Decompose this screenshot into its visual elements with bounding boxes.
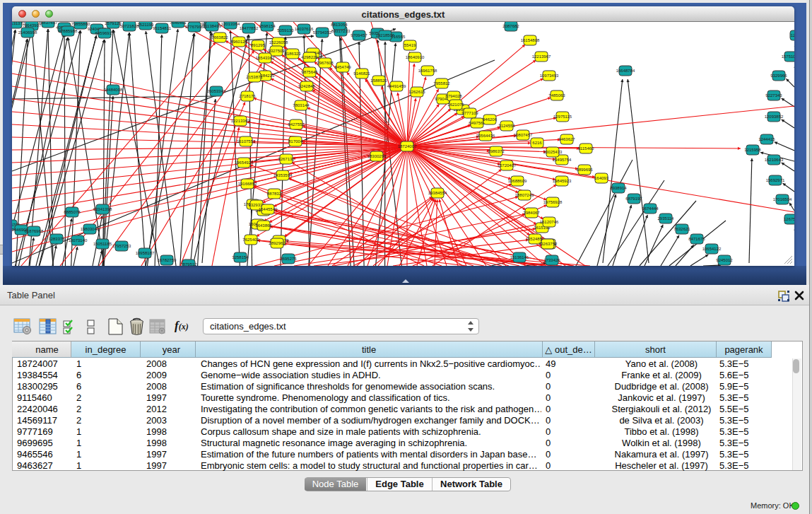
svg-text:9427552: 9427552 bbox=[288, 122, 305, 127]
svg-text:7955812: 7955812 bbox=[433, 81, 450, 86]
svg-text:9463627: 9463627 bbox=[558, 137, 575, 141]
svg-text:8813054: 8813054 bbox=[331, 23, 348, 27]
svg-text:8454749: 8454749 bbox=[334, 65, 351, 69]
svg-text:19654925: 19654925 bbox=[235, 160, 254, 165]
svg-text:8471676: 8471676 bbox=[688, 237, 705, 241]
svg-text:73855860: 73855860 bbox=[71, 22, 90, 26]
svg-text:14353594: 14353594 bbox=[273, 173, 293, 177]
svg-text:17957253: 17957253 bbox=[112, 244, 131, 248]
svg-text:19845923: 19845923 bbox=[553, 179, 572, 183]
svg-text:9146821: 9146821 bbox=[353, 71, 370, 76]
svg-text:7485063: 7485063 bbox=[548, 93, 565, 98]
svg-text:7632621: 7632621 bbox=[673, 227, 690, 231]
svg-text:19384554: 19384554 bbox=[428, 191, 447, 195]
svg-text:1244415: 1244415 bbox=[758, 137, 775, 141]
svg-text:3124554: 3124554 bbox=[498, 124, 515, 128]
svg-text:8960124: 8960124 bbox=[230, 40, 247, 44]
svg-text:19218506: 19218506 bbox=[376, 33, 395, 37]
svg-text:2892962: 2892962 bbox=[269, 241, 286, 245]
svg-text:2986372: 2986372 bbox=[488, 149, 505, 153]
svg-text:126753: 126753 bbox=[784, 217, 794, 221]
svg-text:97885988: 97885988 bbox=[59, 29, 78, 33]
svg-text:73263752: 73263752 bbox=[539, 242, 558, 246]
svg-text:946206: 946206 bbox=[483, 117, 498, 122]
svg-text:50721828: 50721828 bbox=[120, 24, 139, 28]
svg-text:164093: 164093 bbox=[594, 176, 609, 180]
svg-text:9709457: 9709457 bbox=[351, 33, 367, 37]
svg-text:16648784: 16648784 bbox=[616, 69, 635, 73]
svg-text:2935114: 2935114 bbox=[658, 216, 675, 221]
svg-text:16154808: 16154808 bbox=[521, 38, 540, 42]
svg-text:15136141: 15136141 bbox=[510, 255, 529, 259]
svg-text:18807249: 18807249 bbox=[515, 193, 534, 197]
svg-text:2695275: 2695275 bbox=[280, 257, 297, 261]
svg-text:61876968: 61876968 bbox=[25, 229, 44, 233]
svg-text:12213363: 12213363 bbox=[231, 119, 250, 123]
svg-text:1733426: 1733426 bbox=[543, 258, 560, 262]
svg-text:12975115: 12975115 bbox=[553, 115, 572, 119]
svg-text:53794352: 53794352 bbox=[313, 30, 332, 35]
svg-text:7663822: 7663822 bbox=[211, 35, 228, 40]
svg-text:1588520: 1588520 bbox=[370, 78, 387, 83]
svg-text:16120746: 16120746 bbox=[540, 220, 559, 224]
svg-text:16961758: 16961758 bbox=[418, 69, 437, 73]
svg-text:55419: 55419 bbox=[404, 43, 416, 47]
svg-text:2967608: 2967608 bbox=[317, 61, 334, 65]
svg-text:14037616: 14037616 bbox=[295, 27, 314, 31]
svg-text:10958187: 10958187 bbox=[136, 251, 155, 255]
svg-text:1283375: 1283375 bbox=[48, 237, 65, 241]
svg-text:16107552: 16107552 bbox=[237, 139, 256, 144]
svg-text:6216: 6216 bbox=[532, 141, 542, 145]
svg-text:12013364: 12013364 bbox=[221, 22, 240, 26]
svg-text:7879512: 7879512 bbox=[180, 262, 197, 266]
svg-text:9777109: 9777109 bbox=[461, 111, 478, 115]
svg-text:9227343: 9227343 bbox=[765, 93, 782, 98]
svg-text:887832: 887832 bbox=[267, 192, 282, 196]
svg-text:8938914: 8938914 bbox=[610, 186, 627, 190]
svg-text:3215958: 3215958 bbox=[744, 148, 761, 152]
svg-text:6794028: 6794028 bbox=[445, 94, 462, 98]
svg-text:817004: 817004 bbox=[288, 139, 303, 144]
svg-text:12093852: 12093852 bbox=[765, 115, 784, 119]
svg-text:10654122: 10654122 bbox=[702, 247, 722, 251]
svg-text:10688609: 10688609 bbox=[508, 179, 527, 183]
svg-text:31138499: 31138499 bbox=[203, 24, 222, 28]
svg-text:15692971: 15692971 bbox=[766, 178, 785, 182]
svg-text:2153871: 2153871 bbox=[246, 75, 263, 79]
svg-text:1598154: 1598154 bbox=[259, 24, 276, 28]
svg-text:10973493: 10973493 bbox=[540, 74, 559, 78]
svg-text:4298229: 4298229 bbox=[301, 55, 318, 59]
svg-text:9329966: 9329966 bbox=[770, 74, 787, 78]
svg-text:88837457: 88837457 bbox=[39, 22, 58, 25]
svg-text:1621075: 1621075 bbox=[447, 103, 464, 107]
svg-text:5059130: 5059130 bbox=[277, 28, 294, 33]
svg-text:19756928: 19756928 bbox=[543, 200, 563, 204]
svg-text:2984067: 2984067 bbox=[523, 211, 540, 215]
svg-text:12213967: 12213967 bbox=[532, 54, 551, 59]
svg-text:9875645: 9875645 bbox=[301, 70, 318, 74]
svg-text:16543362: 16543362 bbox=[256, 56, 275, 60]
svg-text:6879197: 6879197 bbox=[625, 197, 642, 201]
svg-text:3267130: 3267130 bbox=[278, 157, 295, 161]
svg-text:94484008: 94484008 bbox=[104, 88, 123, 92]
svg-text:17016504: 17016504 bbox=[773, 197, 792, 201]
svg-text:19803040: 19803040 bbox=[81, 227, 100, 231]
svg-text:21406998: 21406998 bbox=[18, 30, 37, 35]
svg-text:1262615: 1262615 bbox=[408, 90, 425, 94]
svg-text:8885078: 8885078 bbox=[64, 210, 81, 214]
svg-text:18300295: 18300295 bbox=[367, 154, 387, 158]
svg-text:13495754: 13495754 bbox=[553, 158, 572, 162]
svg-text:2718176: 2718176 bbox=[239, 94, 256, 98]
svg-text:18640910: 18640910 bbox=[406, 55, 425, 59]
svg-text:9327509: 9327509 bbox=[268, 49, 285, 53]
svg-text:2087682: 2087682 bbox=[502, 24, 519, 28]
svg-text:10025433: 10025433 bbox=[543, 150, 563, 154]
svg-text:3258154: 3258154 bbox=[232, 255, 249, 259]
svg-text:19166852: 19166852 bbox=[238, 182, 257, 186]
svg-text:10807457: 10807457 bbox=[514, 133, 533, 137]
svg-text:44491459: 44491459 bbox=[387, 84, 406, 88]
svg-text:18477852: 18477852 bbox=[240, 26, 259, 30]
svg-text:5643866: 5643866 bbox=[255, 223, 272, 228]
svg-text:7625402: 7625402 bbox=[242, 238, 259, 242]
svg-text:8186323: 8186323 bbox=[284, 52, 301, 56]
